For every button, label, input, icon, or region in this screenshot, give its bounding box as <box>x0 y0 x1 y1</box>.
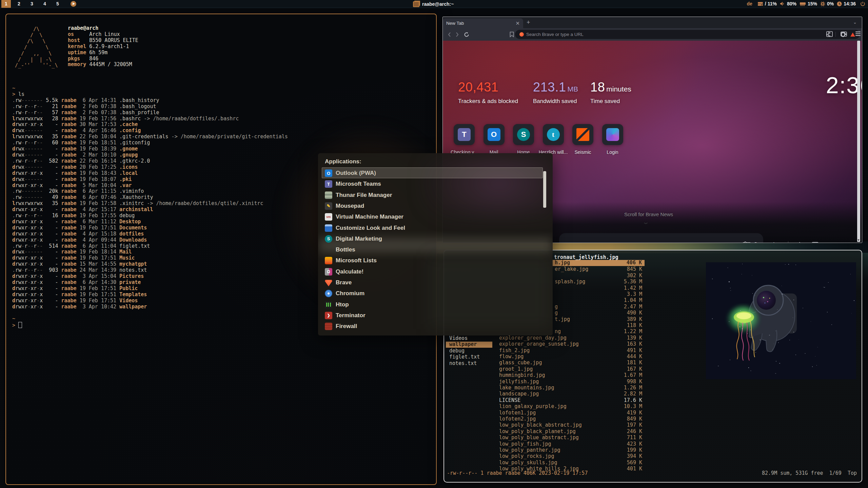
ranger-file-row[interactable]: low_poly_skulls.jpg569 K <box>444 460 645 466</box>
ranger-file-row[interactable]: explorer_green_day.jpg139 K <box>444 335 645 341</box>
scroll-down-arrow-icon[interactable] <box>857 239 860 241</box>
launcher-item-outlook-pwa-[interactable]: OOutlook (PWA) <box>318 168 553 179</box>
disk-module[interactable]: / 11% <box>757 1 777 6</box>
launcher-item-htop[interactable]: Htop <box>318 299 553 310</box>
ls-row: drwxr-xr-x - raabe 6 Apr 14:30 private <box>12 280 288 286</box>
launcher-item-mousepad[interactable]: ✎Mousepad <box>318 201 553 211</box>
stat-1: 213.1MBBandwidth saved <box>533 80 578 105</box>
launcher-item-firewall[interactable]: Firewall <box>318 321 553 332</box>
shortcut-checking-y-[interactable]: T <box>454 124 475 145</box>
forward-icon[interactable] <box>456 32 459 37</box>
menu-icon[interactable] <box>855 31 861 36</box>
ranger-file-row[interactable]: lion_galaxy_purple.jpg10.3 M <box>444 404 645 410</box>
ranger-file-row[interactable]: landscape.jpg2.82 M <box>444 391 645 397</box>
ls-row: drwxr-xr-x - raabe 6 Mar 11:12 Desktop <box>12 219 288 225</box>
reload-icon[interactable] <box>464 32 469 37</box>
ranger-file-row[interactable]: glass_cube.jpg181 K <box>444 360 645 366</box>
ranger-file-row[interactable]: fish_2.jpg491 K <box>444 348 645 354</box>
ranger-file-row[interactable]: jellyfish.jpg998 K <box>444 379 645 385</box>
layout-indicator-icon[interactable] <box>71 1 76 7</box>
workspace-4[interactable]: 4 <box>40 0 50 8</box>
ranger-file-row[interactable]: hummingbird.jpg1.67 M <box>444 372 645 379</box>
brave-rewards-icon[interactable] <box>850 33 855 37</box>
ls-row: drwx------ - raabe 20 Feb 17:25 .icons <box>12 164 288 170</box>
ranger-selected-file[interactable]: h.jpg406 K <box>552 260 645 266</box>
launcher-item-bottles[interactable]: Bottles <box>318 244 553 255</box>
outlook-icon: O <box>488 128 500 141</box>
keyboard-layout[interactable]: de <box>747 1 752 6</box>
lookfeel-icon <box>325 224 332 232</box>
teams-icon: T <box>325 180 332 188</box>
tab-new-tab[interactable]: New Tab ✕ <box>443 18 523 28</box>
workspace-3[interactable]: 3 <box>27 0 37 8</box>
launcher-item-microsoft-teams[interactable]: TMicrosoft Teams <box>318 179 553 189</box>
clock-icon <box>837 1 842 6</box>
shortcut-herzlich-will-[interactable]: t <box>543 124 564 145</box>
launcher-item-virtual-machine-manager[interactable]: vmVirtual Machine Manager <box>318 211 553 222</box>
tab-search-chevron-icon[interactable]: ⌄ <box>853 20 857 25</box>
ranger-file-row[interactable]: lake_mountains.jpg1.26 M <box>444 385 645 391</box>
launcher-item-terminator[interactable]: ❯Terminator <box>318 310 553 321</box>
ls-row: drwxr-xr-x - raabe 19 Feb 17:51 Public <box>12 286 288 292</box>
ranger-status-left: -rw-r--r-- 1 raabe raabe 406K 2023-02-19… <box>447 470 588 476</box>
ranger-file-row[interactable]: groot_1.jpg167 K <box>444 366 645 372</box>
shortcut-home[interactable]: S <box>513 124 534 145</box>
cpu-module[interactable]: 0% <box>820 1 834 6</box>
application-launcher-menu[interactable]: Applications: OOutlook (PWA)TMicrosoft T… <box>318 153 553 336</box>
launcher-item-chromium[interactable]: Chromium <box>318 288 553 299</box>
address-bar[interactable]: Search Brave or type a URL <box>515 30 860 39</box>
volume-module[interactable]: 80% <box>780 1 796 6</box>
launcher-scrollbar[interactable] <box>543 171 546 208</box>
launcher-item-brave[interactable]: Brave <box>318 277 553 288</box>
launcher-item-label: Mousepad <box>336 203 364 209</box>
ranger-file-row[interactable]: low_poly_black_planet.jpg246 K <box>444 429 645 435</box>
launcher-item-thunar-file-manager[interactable]: Thunar File Manager <box>318 190 553 201</box>
clock-module[interactable]: 14:36 <box>837 1 856 6</box>
brave-news-peek-card[interactable] <box>559 233 763 243</box>
ls-row: drwx------ - raabe 2 Mar 10:10 .gnupg <box>12 152 288 158</box>
ls-row: drwxr-xr-x - raabe 19 Feb 17:51 Videos <box>12 298 288 304</box>
ranger-file-row[interactable]: lofoten2.jpg849 K <box>444 416 645 422</box>
ranger-file-row[interactable]: low_poly_fish.jpg423 K <box>444 441 645 447</box>
ranger-file-row[interactable]: LICENSE17.6 K <box>444 398 645 404</box>
ranger-file-row[interactable]: low_poly_rocks.jpg394 K <box>444 453 645 460</box>
thunar-icon <box>325 191 332 199</box>
shortcut-login[interactable] <box>602 124 623 145</box>
tab-close-icon[interactable]: ✕ <box>515 20 520 26</box>
launcher-item-customize-look-and-feel[interactable]: Customize Look and Feel <box>318 223 553 233</box>
sidebar-icon[interactable] <box>826 31 833 37</box>
back-icon[interactable] <box>448 32 451 37</box>
screenshot-camera-icon[interactable] <box>842 242 851 243</box>
workspace-5[interactable]: 5 <box>53 0 62 8</box>
ram-icon <box>800 2 806 6</box>
power-button[interactable] <box>860 1 865 6</box>
memory-module[interactable]: 15% <box>800 1 817 6</box>
teams-icon: T <box>458 128 471 141</box>
workspace-1[interactable]: 1 <box>1 0 11 8</box>
bookmark-icon[interactable] <box>510 32 514 37</box>
htop-icon <box>325 301 332 308</box>
ranger-file-row[interactable]: lofoten1.jpg419 K <box>444 410 645 416</box>
shortcut-seismic[interactable] <box>572 124 593 145</box>
ranger-file-row[interactable]: low_poly_black_abstract.jpg197 K <box>444 422 645 428</box>
launcher-item-digital-marketing[interactable]: SDigital Marketing <box>318 233 553 244</box>
brave-icon <box>325 279 332 286</box>
ranger-file-row[interactable]: low_poly_blue_abstract.jpg711 K <box>444 435 645 441</box>
launcher-item-label: Chromium <box>336 290 364 297</box>
ranger-file-row[interactable]: flow.jpg444 K <box>444 354 645 360</box>
ranger-file-row[interactable]: explorer_orange_sunset.jpg163 K <box>444 341 645 347</box>
wallet-icon[interactable] <box>841 31 847 37</box>
shortcut-mail[interactable]: O <box>484 124 505 145</box>
settings-gear-icon[interactable] <box>796 242 804 243</box>
customize-button[interactable]: Customize <box>743 241 781 243</box>
ranger-file-row[interactable]: low_poly_panther.jpg199 K <box>444 447 645 453</box>
bookmarks-icon[interactable] <box>811 242 819 243</box>
workspace-2[interactable]: 2 <box>14 0 24 8</box>
launcher-item-microsoft-lists[interactable]: Microsoft Lists <box>318 255 553 266</box>
none-icon <box>325 246 332 253</box>
new-tab-button[interactable]: + <box>527 19 530 26</box>
launcher-item-qalculate-[interactable]: ΩQalculate! <box>318 266 553 277</box>
brave-search-icon <box>519 32 524 37</box>
history-icon[interactable] <box>826 242 834 243</box>
browser-scrollbar[interactable] <box>857 41 860 242</box>
